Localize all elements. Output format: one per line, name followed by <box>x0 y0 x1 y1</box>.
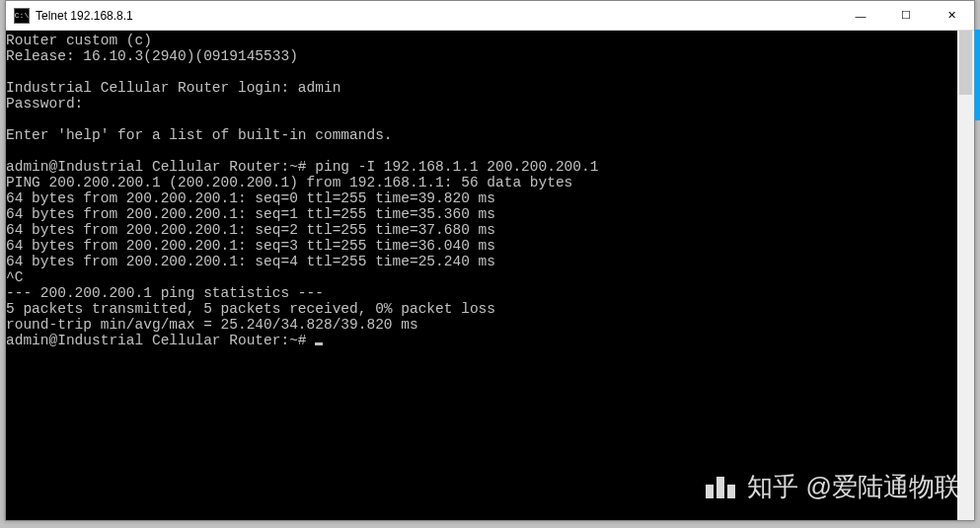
terminal-line <box>6 143 957 159</box>
terminal-line <box>6 112 957 127</box>
terminal-line: 64 bytes from 200.200.200.1: seq=3 ttl=2… <box>6 238 957 254</box>
titlebar[interactable]: C:\ Telnet 192.168.8.1 — ☐ ✕ <box>6 1 974 31</box>
scrollbar-thumb[interactable] <box>959 31 972 95</box>
terminal-line: Enter 'help' for a list of built-in comm… <box>6 127 957 143</box>
cmd-icon: C:\ <box>14 8 30 24</box>
terminal-line: admin@Industrial Cellular Router:~# <box>6 333 957 348</box>
window-controls: — ☐ ✕ <box>838 1 974 30</box>
telnet-window: C:\ Telnet 192.168.8.1 — ☐ ✕ Router cust… <box>5 0 975 521</box>
terminal-line: round-trip min/avg/max = 25.240/34.828/3… <box>6 317 957 333</box>
terminal-line: Router custom (c) <box>6 33 957 48</box>
terminal-line: ^C <box>6 269 957 285</box>
window-title: Telnet 192.168.8.1 <box>36 9 838 23</box>
close-button[interactable]: ✕ <box>929 1 974 30</box>
terminal-line: 64 bytes from 200.200.200.1: seq=2 ttl=2… <box>6 222 957 238</box>
terminal-line: Industrial Cellular Router login: admin <box>6 80 957 96</box>
terminal-line: Release: 16.10.3(2940)(0919145533) <box>6 48 957 64</box>
maximize-button[interactable]: ☐ <box>883 1 929 30</box>
terminal-line: PING 200.200.200.1 (200.200.200.1) from … <box>6 175 957 190</box>
terminal-line: 64 bytes from 200.200.200.1: seq=4 ttl=2… <box>6 254 957 269</box>
terminal-line: 5 packets transmitted, 5 packets receive… <box>6 301 957 317</box>
terminal-line: 64 bytes from 200.200.200.1: seq=0 ttl=2… <box>6 190 957 206</box>
right-edge-decoration <box>975 30 980 120</box>
terminal-line: Password: <box>6 96 957 112</box>
terminal-line <box>6 64 957 80</box>
terminal-line: 64 bytes from 200.200.200.1: seq=1 ttl=2… <box>6 206 957 222</box>
terminal-cursor <box>315 342 323 345</box>
terminal-line: admin@Industrial Cellular Router:~# ping… <box>6 159 957 175</box>
minimize-button[interactable]: — <box>838 1 883 30</box>
terminal-container: Router custom (c)Release: 16.10.3(2940)(… <box>6 31 974 520</box>
scrollbar[interactable] <box>957 31 974 520</box>
terminal-line: --- 200.200.200.1 ping statistics --- <box>6 285 957 301</box>
terminal-output[interactable]: Router custom (c)Release: 16.10.3(2940)(… <box>6 31 957 520</box>
